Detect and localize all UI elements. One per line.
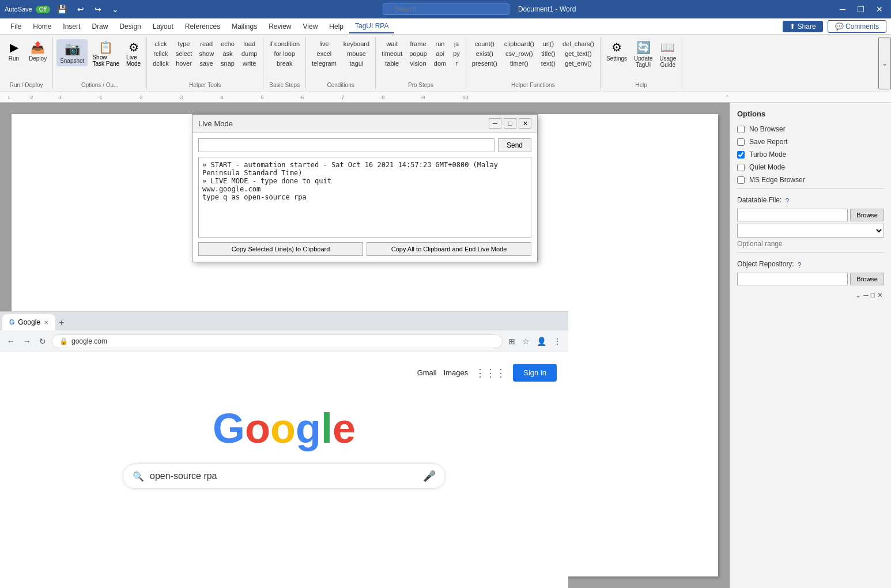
quiet-mode-label[interactable]: Quiet Mode: [749, 163, 785, 171]
menu-file[interactable]: File: [5, 20, 27, 33]
extensions-button[interactable]: ⊞: [506, 334, 518, 348]
save-button[interactable]: 💾: [54, 3, 70, 15]
if-condition-button[interactable]: if condition: [267, 39, 302, 48]
menu-layout[interactable]: Layout: [147, 20, 179, 33]
browser-forward-button[interactable]: →: [21, 334, 33, 348]
google-apps-button[interactable]: ⋮⋮⋮: [475, 367, 506, 379]
no-browser-label[interactable]: No Browser: [749, 125, 786, 133]
gettext-button[interactable]: get_text(): [560, 49, 596, 58]
menu-references[interactable]: References: [179, 20, 226, 33]
restore-button[interactable]: ❐: [854, 3, 868, 15]
google-signin-button[interactable]: Sign in: [513, 364, 557, 382]
no-browser-checkbox[interactable]: [737, 126, 745, 133]
new-tab-button[interactable]: +: [55, 318, 67, 328]
ask-button[interactable]: ask: [218, 49, 237, 58]
turbo-mode-label[interactable]: Turbo Mode: [749, 150, 786, 159]
break-button[interactable]: break: [267, 59, 302, 68]
snapshot-button[interactable]: 📷 Snapshot: [56, 39, 88, 66]
profile-button[interactable]: 👤: [534, 334, 549, 348]
table-button[interactable]: table: [379, 59, 405, 68]
google-search-input[interactable]: [150, 471, 417, 481]
ribbon-collapse-button[interactable]: ⌄: [878, 37, 891, 89]
datatable-browse-button[interactable]: Browse: [850, 209, 884, 221]
type-button[interactable]: type: [173, 39, 195, 48]
vision-button[interactable]: vision: [407, 59, 429, 68]
save-report-checkbox[interactable]: [737, 138, 745, 146]
settings-button[interactable]: ⚙ Settings: [604, 39, 629, 63]
menu-draw[interactable]: Draw: [86, 20, 114, 33]
clipboard-button[interactable]: clipboard(): [502, 39, 537, 48]
close-tab-button[interactable]: ✕: [44, 319, 48, 326]
title-button[interactable]: title(): [539, 49, 558, 58]
scroll-minimize-button[interactable]: ─: [862, 290, 870, 300]
run-cmd-button[interactable]: run: [432, 39, 448, 48]
select-button[interactable]: select: [173, 49, 195, 58]
update-tagui-button[interactable]: 🔄 UpdateTagUI: [632, 39, 655, 69]
show-taskpane-button[interactable]: 📋 ShowTask Pane: [90, 39, 122, 68]
datatable-input[interactable]: [737, 209, 848, 221]
bookmark-button[interactable]: ☆: [520, 334, 532, 348]
usage-guide-button[interactable]: 📖 UsageGuide: [657, 39, 678, 69]
browser-refresh-button[interactable]: ↻: [37, 334, 48, 348]
tagui-button[interactable]: tagui: [341, 59, 372, 68]
keyboard-button[interactable]: keyboard: [341, 39, 372, 48]
menu-view[interactable]: View: [297, 20, 324, 33]
popup-button[interactable]: popup: [407, 49, 429, 58]
menu-tagui-rpa[interactable]: TagUI RPA: [349, 20, 394, 33]
ms-edge-checkbox[interactable]: [737, 176, 745, 184]
r-button[interactable]: r: [451, 59, 462, 68]
save-step-button[interactable]: save: [197, 59, 216, 68]
count-button[interactable]: count(): [470, 39, 500, 48]
hover-button[interactable]: hover: [173, 59, 195, 68]
minimize-button[interactable]: ─: [836, 3, 849, 15]
url-button[interactable]: url(): [539, 39, 558, 48]
quiet-mode-checkbox[interactable]: [737, 164, 745, 171]
images-link[interactable]: Images: [444, 368, 469, 377]
show-button[interactable]: show: [197, 49, 216, 58]
telegram-button[interactable]: telegram: [309, 59, 339, 68]
menu-mailings[interactable]: Mailings: [226, 20, 263, 33]
autosave-toggle[interactable]: Off: [36, 6, 50, 13]
dump-button[interactable]: dump: [239, 49, 260, 58]
menu-home[interactable]: Home: [27, 20, 57, 33]
copy-selected-button[interactable]: Copy Selected Line(s) to Clipboard: [198, 242, 363, 256]
datatable-dropdown[interactable]: [737, 224, 884, 238]
comments-button[interactable]: 💬 Comments: [828, 20, 886, 33]
dialog-minimize-button[interactable]: ─: [489, 118, 501, 129]
scroll-restore-button[interactable]: □: [870, 290, 876, 300]
snap-button[interactable]: snap: [218, 59, 237, 68]
gmail-link[interactable]: Gmail: [417, 368, 437, 377]
text-button[interactable]: text(): [539, 59, 558, 68]
ms-edge-label[interactable]: MS Edge Browser: [749, 176, 805, 184]
browser-back-button[interactable]: ←: [5, 334, 17, 348]
save-report-label[interactable]: Save Report: [749, 138, 788, 146]
js-button[interactable]: js: [451, 39, 462, 48]
object-repo-input[interactable]: [737, 273, 848, 285]
send-button[interactable]: Send: [498, 138, 531, 152]
copy-all-end-button[interactable]: Copy All to Clipboard and End Live Mode: [367, 242, 531, 256]
dclick-button[interactable]: dclick: [150, 59, 171, 68]
delchars-button[interactable]: del_chars(): [560, 39, 596, 48]
turbo-mode-checkbox[interactable]: [737, 151, 745, 159]
browser-tab[interactable]: G Google ✕: [2, 314, 55, 330]
echo-button[interactable]: echo: [218, 39, 237, 48]
close-button[interactable]: ✕: [873, 3, 886, 15]
scroll-down-button[interactable]: ⌄: [854, 290, 862, 300]
getenv-button[interactable]: get_env(): [560, 59, 596, 68]
title-search-input[interactable]: [383, 3, 509, 15]
menu-help[interactable]: Help: [323, 20, 349, 33]
present-button[interactable]: present(): [470, 59, 500, 68]
live-mode-input[interactable]: [198, 138, 494, 152]
excel-button[interactable]: excel: [309, 49, 339, 58]
timer-button[interactable]: timer(): [502, 59, 537, 68]
deploy-button[interactable]: 📤 Deploy: [27, 39, 49, 63]
click-button[interactable]: click: [150, 39, 171, 48]
share-button[interactable]: ⬆ Share: [783, 21, 822, 32]
object-repo-browse-button[interactable]: Browse: [850, 273, 884, 285]
more-button[interactable]: ⌄: [108, 3, 122, 15]
redo-button[interactable]: ↪: [91, 3, 105, 15]
csvrow-button[interactable]: csv_row(): [502, 49, 537, 58]
run-button[interactable]: ▶ Run: [3, 39, 24, 63]
timeout-button[interactable]: timeout: [379, 49, 405, 58]
undo-button[interactable]: ↩: [74, 3, 88, 15]
